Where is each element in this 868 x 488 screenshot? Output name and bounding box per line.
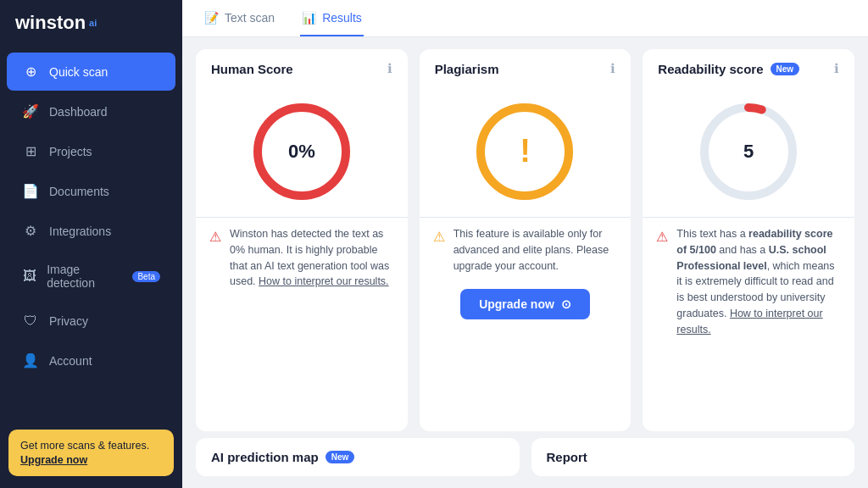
- sidebar-item-privacy[interactable]: 🛡 Privacy: [7, 302, 175, 340]
- readability-value: 5: [743, 141, 754, 163]
- logo: winstonai: [0, 0, 182, 46]
- image-detection-icon: 🖼: [22, 269, 36, 284]
- report-title: Report: [547, 450, 587, 464]
- sidebar-item-integrations[interactable]: ⚙ Integrations: [7, 212, 175, 250]
- card-title: Readability score: [658, 62, 763, 76]
- sidebar-item-account[interactable]: 👤 Account: [7, 341, 175, 380]
- upgrade-promo-text: Get more scans & features.: [20, 440, 149, 452]
- readability-gauge: 5: [693, 97, 804, 207]
- human-score-value: 0%: [288, 141, 315, 163]
- alert-text: This text has a readability score of 5/1…: [676, 226, 841, 337]
- alert-icon: ⚠: [209, 227, 221, 247]
- sidebar-item-label: Account: [49, 354, 92, 368]
- sidebar-item-label: Privacy: [49, 314, 88, 328]
- alert-box: ⚠ This feature is available only for adv…: [420, 217, 632, 431]
- upgrade-btn-label: Upgrade now: [479, 297, 554, 311]
- sidebar: winstonai ⊕ Quick scan 🚀 Dashboard ⊞ Pro…: [0, 0, 182, 488]
- bottom-row: AI prediction map New Report: [182, 438, 868, 488]
- card-title: Plagiarism: [435, 62, 499, 76]
- interpret-link[interactable]: How to interpret our results.: [259, 275, 389, 287]
- upgrade-now-button[interactable]: Upgrade now ⊙: [460, 289, 590, 319]
- sidebar-item-label: Documents: [49, 185, 109, 198]
- privacy-icon: 🛡: [22, 313, 39, 329]
- sidebar-item-label: Integrations: [49, 225, 111, 238]
- gauge-area: !: [420, 85, 632, 217]
- main-content: 📝 Text scan 📊 Results Human Score ℹ 0%: [182, 0, 868, 488]
- upgrade-promo-link[interactable]: Upgrade now: [20, 454, 162, 466]
- logo-ai-badge: ai: [89, 18, 97, 28]
- gauge-area: 5: [643, 85, 854, 217]
- readability-score-card: Readability score New ℹ 5 ⚠ This text ha…: [643, 49, 854, 431]
- interpret-link[interactable]: How to interpret our results.: [676, 308, 822, 336]
- card-header: Readability score New ℹ: [643, 49, 854, 85]
- results-tab-icon: 📊: [302, 11, 316, 25]
- ai-prediction-title: AI prediction map: [211, 450, 319, 464]
- sidebar-item-label: Image detection: [47, 263, 119, 290]
- sidebar-item-dashboard[interactable]: 🚀 Dashboard: [7, 92, 175, 130]
- logo-text: winston: [15, 12, 86, 34]
- integrations-icon: ⚙: [22, 223, 39, 239]
- sidebar-item-image-detection[interactable]: 🖼 Image detection Beta: [7, 252, 175, 301]
- cards-grid: Human Score ℹ 0% ⚠ Winston has detected …: [182, 37, 868, 438]
- account-icon: 👤: [22, 352, 39, 369]
- alert-icon: ⚠: [433, 227, 445, 247]
- plagiarism-card: Plagiarism ℹ ! ⚠ This feature is availab…: [420, 49, 632, 431]
- dashboard-icon: 🚀: [22, 103, 39, 119]
- alert-icon: ⚠: [656, 227, 668, 247]
- human-score-gauge: 0%: [247, 97, 357, 207]
- tab-label: Results: [322, 11, 362, 25]
- gauge-area: 0%: [196, 85, 408, 217]
- sidebar-nav: ⊕ Quick scan 🚀 Dashboard ⊞ Projects 📄 Do…: [0, 46, 182, 421]
- alert-text: Winston has detected the text as 0% huma…: [230, 226, 394, 290]
- report-card: Report: [531, 438, 855, 476]
- plagiarism-value: !: [520, 133, 531, 169]
- tab-label: Text scan: [225, 11, 275, 25]
- tab-results[interactable]: 📊 Results: [300, 1, 364, 36]
- tab-bar: 📝 Text scan 📊 Results: [182, 0, 868, 37]
- sidebar-item-label: Projects: [49, 145, 92, 158]
- upgrade-btn-icon: ⊙: [561, 297, 571, 311]
- alert-text: This feature is available only for advan…: [453, 226, 618, 274]
- human-score-card: Human Score ℹ 0% ⚠ Winston has detected …: [196, 49, 408, 431]
- plagiarism-gauge: !: [470, 97, 580, 207]
- new-badge: New: [326, 451, 355, 463]
- tab-text-scan[interactable]: 📝 Text scan: [203, 1, 276, 36]
- sidebar-item-projects[interactable]: ⊞ Projects: [7, 132, 175, 170]
- card-header: Plagiarism ℹ: [420, 49, 632, 85]
- upgrade-promo: Get more scans & features. Upgrade now: [8, 430, 174, 476]
- card-header: Human Score ℹ: [196, 49, 408, 85]
- info-icon[interactable]: ℹ: [610, 61, 615, 76]
- card-title: Human Score: [211, 62, 293, 76]
- beta-badge: Beta: [132, 271, 160, 282]
- alert-box: ⚠ This text has a readability score of 5…: [643, 217, 854, 431]
- new-badge: New: [771, 63, 800, 75]
- text-scan-tab-icon: 📝: [204, 11, 219, 25]
- alert-box: ⚠ Winston has detected the text as 0% hu…: [196, 217, 408, 431]
- info-icon[interactable]: ℹ: [834, 61, 839, 76]
- sidebar-item-documents[interactable]: 📄 Documents: [7, 172, 175, 210]
- sidebar-item-label: Dashboard: [49, 105, 108, 119]
- documents-icon: 📄: [22, 183, 39, 199]
- info-icon[interactable]: ℹ: [387, 61, 392, 76]
- sidebar-item-quick-scan[interactable]: ⊕ Quick scan: [7, 53, 175, 91]
- quick-scan-icon: ⊕: [22, 64, 39, 80]
- ai-prediction-map-card: AI prediction map New: [196, 438, 520, 476]
- projects-icon: ⊞: [22, 143, 39, 159]
- sidebar-item-label: Quick scan: [49, 65, 108, 79]
